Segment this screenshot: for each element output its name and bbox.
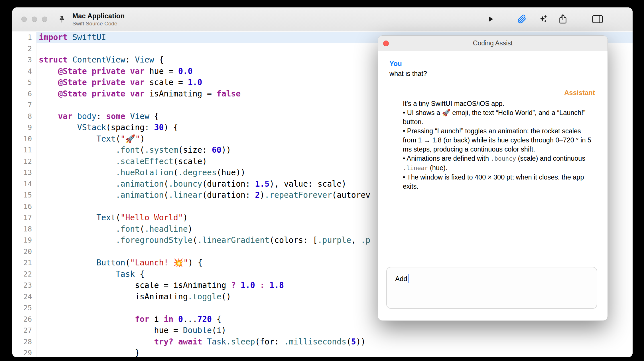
line-number: 20: [12, 246, 36, 257]
pin-icon[interactable]: [58, 15, 66, 24]
window-controls: [21, 17, 47, 22]
play-icon: [487, 15, 494, 24]
line-number: 28: [12, 336, 36, 348]
line-number: 3: [12, 54, 36, 66]
line-number: 23: [12, 280, 36, 291]
code-text: try? await Task.sleep(for: .milliseconds…: [36, 336, 633, 348]
chat-input[interactable]: Add: [386, 267, 597, 309]
assist-conversation: You what is that? Assistant It’s a tiny …: [378, 51, 608, 320]
code-line[interactable]: 28 try? await Task.sleep(for: .milliseco…: [12, 336, 633, 348]
line-number: 2: [12, 43, 36, 55]
line-number: 29: [12, 347, 36, 357]
line-number: 24: [12, 291, 36, 302]
line-number: 17: [12, 212, 36, 223]
code-line[interactable]: 27 hue = Double(i): [12, 325, 633, 336]
assistant-paragraph: It’s a tiny SwiftUI macOS/iOS app.: [403, 99, 595, 108]
toolbar: [487, 7, 603, 31]
assistant-paragraph: • UI shows a 🚀 emoji, the text “Hello Wo…: [403, 108, 595, 126]
run-button[interactable]: [487, 15, 494, 24]
minimize-button[interactable]: [32, 17, 37, 22]
code-line[interactable]: 29 }: [12, 347, 633, 357]
text-caret: [408, 274, 409, 283]
share-button[interactable]: [559, 14, 567, 25]
window-title: Mac Application: [72, 12, 125, 20]
line-number: 12: [12, 156, 36, 167]
assistant-message: It’s a tiny SwiftUI macOS/iOS app.• UI s…: [403, 99, 595, 191]
line-number: 10: [12, 133, 36, 145]
line-number: 4: [12, 66, 36, 77]
chat-input-value: Add: [395, 275, 407, 283]
line-number: 5: [12, 77, 36, 88]
line-number: 9: [12, 122, 36, 133]
line-number: 15: [12, 189, 36, 201]
line-number: 26: [12, 314, 36, 325]
line-number: 11: [12, 144, 36, 156]
zoom-button[interactable]: [42, 17, 47, 22]
sidebar-toggle-button[interactable]: [592, 15, 603, 24]
sidebar-toggle-icon: [592, 15, 603, 24]
close-button[interactable]: [21, 17, 27, 22]
assistant-role-label: Assistant: [389, 89, 595, 97]
paperclip-icon: [517, 15, 527, 25]
line-number: 7: [12, 99, 36, 111]
line-number: 6: [12, 88, 36, 100]
user-message: what is that?: [389, 69, 595, 78]
share-icon: [559, 14, 567, 25]
assistant-paragraph: • The window is fixed to 400 × 300 pt; w…: [403, 173, 595, 191]
coding-assist-window: Coding Assist You what is that? Assistan…: [378, 35, 608, 321]
assistant-paragraph: • Animations are defined with .bouncy (s…: [403, 154, 595, 173]
line-number: 19: [12, 235, 36, 246]
line-number: 14: [12, 178, 36, 190]
ai-assist-button[interactable]: [538, 15, 547, 25]
window-title-block: Mac Application Swift Source Code: [72, 12, 125, 27]
line-number: 8: [12, 111, 36, 122]
title-bar[interactable]: Mac Application Swift Source Code: [12, 7, 633, 31]
assistant-paragraph: • Pressing “Launch!” toggles an animatio…: [403, 126, 595, 154]
line-number: 25: [12, 302, 36, 314]
line-number: 13: [12, 167, 36, 178]
code-text: }: [36, 347, 633, 357]
line-number: 22: [12, 269, 36, 280]
code-text: hue = Double(i): [36, 325, 633, 336]
attach-button[interactable]: [517, 15, 527, 25]
assist-title-bar[interactable]: Coding Assist: [378, 36, 608, 51]
line-number: 16: [12, 201, 36, 212]
window-subtitle: Swift Source Code: [72, 21, 125, 27]
panel-close-button[interactable]: [383, 41, 389, 46]
line-number: 1: [12, 32, 36, 43]
line-number: 18: [12, 223, 36, 235]
line-number: 21: [12, 257, 36, 269]
assist-title: Coding Assist: [473, 39, 513, 47]
sparkles-icon: [538, 15, 547, 25]
user-role-label: You: [389, 60, 595, 68]
line-number: 27: [12, 325, 36, 336]
